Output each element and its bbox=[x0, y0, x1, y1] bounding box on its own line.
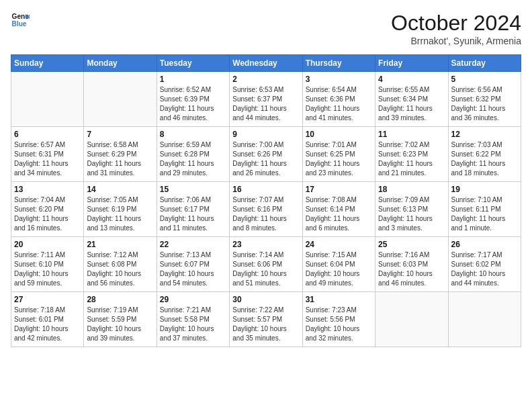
calendar-cell: 24Sunrise: 7:15 AMSunset: 6:04 PMDayligh… bbox=[302, 237, 375, 292]
weekday-header-sunday: Sunday bbox=[11, 55, 84, 72]
day-info: Sunrise: 7:03 AMSunset: 6:22 PMDaylight:… bbox=[451, 140, 518, 178]
calendar-cell: 3Sunrise: 6:54 AMSunset: 6:36 PMDaylight… bbox=[302, 72, 375, 127]
day-info: Sunrise: 7:18 AMSunset: 6:01 PMDaylight:… bbox=[14, 306, 81, 343]
svg-text:Blue: Blue bbox=[12, 20, 27, 28]
day-number: 6 bbox=[14, 130, 81, 139]
calendar-week-row: 20Sunrise: 7:11 AMSunset: 6:10 PMDayligh… bbox=[11, 237, 521, 292]
day-number: 17 bbox=[306, 185, 372, 194]
day-number: 18 bbox=[378, 185, 445, 194]
calendar-cell: 14Sunrise: 7:05 AMSunset: 6:19 PMDayligh… bbox=[84, 182, 157, 237]
day-info: Sunrise: 7:08 AMSunset: 6:14 PMDaylight:… bbox=[306, 195, 372, 233]
calendar-week-row: 27Sunrise: 7:18 AMSunset: 6:01 PMDayligh… bbox=[11, 292, 521, 347]
day-number: 3 bbox=[306, 75, 372, 84]
location: Brrnakot', Syunik, Armenia bbox=[391, 36, 521, 46]
day-number: 31 bbox=[306, 295, 372, 304]
day-number: 24 bbox=[306, 240, 372, 249]
day-info: Sunrise: 6:53 AMSunset: 6:37 PMDaylight:… bbox=[232, 85, 299, 123]
calendar-cell: 23Sunrise: 7:14 AMSunset: 6:06 PMDayligh… bbox=[230, 237, 302, 292]
day-number: 20 bbox=[14, 240, 81, 249]
day-info: Sunrise: 7:11 AMSunset: 6:10 PMDaylight:… bbox=[14, 250, 81, 288]
day-number: 9 bbox=[232, 130, 299, 139]
day-number: 8 bbox=[160, 130, 226, 139]
title-block: October 2024 Brrnakot', Syunik, Armenia bbox=[391, 11, 521, 46]
weekday-header-row: SundayMondayTuesdayWednesdayThursdayFrid… bbox=[11, 55, 521, 72]
calendar-cell: 20Sunrise: 7:11 AMSunset: 6:10 PMDayligh… bbox=[11, 237, 84, 292]
day-number: 12 bbox=[451, 130, 518, 139]
day-number: 16 bbox=[232, 185, 299, 194]
day-number: 1 bbox=[160, 75, 226, 84]
day-info: Sunrise: 7:22 AMSunset: 5:57 PMDaylight:… bbox=[232, 306, 299, 343]
calendar-cell: 12Sunrise: 7:03 AMSunset: 6:22 PMDayligh… bbox=[448, 127, 521, 182]
day-info: Sunrise: 7:01 AMSunset: 6:25 PMDaylight:… bbox=[306, 140, 372, 178]
month-title: October 2024 bbox=[391, 11, 521, 36]
day-info: Sunrise: 7:09 AMSunset: 6:13 PMDaylight:… bbox=[378, 195, 445, 233]
day-info: Sunrise: 6:56 AMSunset: 6:32 PMDaylight:… bbox=[451, 85, 518, 123]
weekday-header-thursday: Thursday bbox=[302, 55, 375, 72]
calendar-cell bbox=[448, 292, 521, 347]
calendar-cell: 18Sunrise: 7:09 AMSunset: 6:13 PMDayligh… bbox=[375, 182, 448, 237]
weekday-header-saturday: Saturday bbox=[448, 55, 521, 72]
day-info: Sunrise: 7:19 AMSunset: 5:59 PMDaylight:… bbox=[87, 306, 153, 343]
day-info: Sunrise: 6:54 AMSunset: 6:36 PMDaylight:… bbox=[306, 85, 372, 123]
day-info: Sunrise: 7:16 AMSunset: 6:03 PMDaylight:… bbox=[378, 250, 445, 288]
calendar-cell: 2Sunrise: 6:53 AMSunset: 6:37 PMDaylight… bbox=[230, 72, 302, 127]
calendar-cell: 31Sunrise: 7:23 AMSunset: 5:56 PMDayligh… bbox=[302, 292, 375, 347]
day-number: 30 bbox=[232, 295, 299, 304]
calendar-cell: 4Sunrise: 6:55 AMSunset: 6:34 PMDaylight… bbox=[375, 72, 448, 127]
day-number: 28 bbox=[87, 295, 153, 304]
day-number: 15 bbox=[160, 185, 226, 194]
calendar-cell: 21Sunrise: 7:12 AMSunset: 6:08 PMDayligh… bbox=[84, 237, 157, 292]
calendar-cell: 17Sunrise: 7:08 AMSunset: 6:14 PMDayligh… bbox=[302, 182, 375, 237]
day-info: Sunrise: 6:59 AMSunset: 6:28 PMDaylight:… bbox=[160, 140, 226, 178]
calendar-cell: 7Sunrise: 6:58 AMSunset: 6:29 PMDaylight… bbox=[84, 127, 157, 182]
day-info: Sunrise: 7:21 AMSunset: 5:58 PMDaylight:… bbox=[160, 306, 226, 343]
day-info: Sunrise: 7:12 AMSunset: 6:08 PMDaylight:… bbox=[87, 250, 153, 288]
day-number: 22 bbox=[160, 240, 226, 249]
day-info: Sunrise: 7:04 AMSunset: 6:20 PMDaylight:… bbox=[14, 195, 81, 233]
calendar-cell: 25Sunrise: 7:16 AMSunset: 6:03 PMDayligh… bbox=[375, 237, 448, 292]
calendar-cell: 26Sunrise: 7:17 AMSunset: 6:02 PMDayligh… bbox=[448, 237, 521, 292]
day-number: 25 bbox=[378, 240, 445, 249]
page-header: General Blue October 2024 Brrnakot', Syu… bbox=[11, 11, 521, 46]
day-number: 5 bbox=[451, 75, 518, 84]
day-number: 11 bbox=[378, 130, 445, 139]
day-info: Sunrise: 7:10 AMSunset: 6:11 PMDaylight:… bbox=[451, 195, 518, 233]
calendar-cell: 6Sunrise: 6:57 AMSunset: 6:31 PMDaylight… bbox=[11, 127, 84, 182]
day-info: Sunrise: 6:58 AMSunset: 6:29 PMDaylight:… bbox=[87, 140, 153, 178]
day-info: Sunrise: 7:13 AMSunset: 6:07 PMDaylight:… bbox=[160, 250, 226, 288]
calendar-cell: 16Sunrise: 7:07 AMSunset: 6:16 PMDayligh… bbox=[230, 182, 302, 237]
day-number: 7 bbox=[87, 130, 153, 139]
day-info: Sunrise: 7:07 AMSunset: 6:16 PMDaylight:… bbox=[232, 195, 299, 233]
calendar-cell bbox=[375, 292, 448, 347]
calendar-cell: 5Sunrise: 6:56 AMSunset: 6:32 PMDaylight… bbox=[448, 72, 521, 127]
day-number: 10 bbox=[306, 130, 372, 139]
calendar-cell: 19Sunrise: 7:10 AMSunset: 6:11 PMDayligh… bbox=[448, 182, 521, 237]
calendar-cell: 22Sunrise: 7:13 AMSunset: 6:07 PMDayligh… bbox=[157, 237, 229, 292]
day-info: Sunrise: 7:23 AMSunset: 5:56 PMDaylight:… bbox=[306, 306, 372, 343]
day-number: 2 bbox=[232, 75, 299, 84]
day-number: 26 bbox=[451, 240, 518, 249]
logo: General Blue bbox=[11, 11, 30, 30]
day-info: Sunrise: 7:06 AMSunset: 6:17 PMDaylight:… bbox=[160, 195, 226, 233]
day-number: 4 bbox=[378, 75, 445, 84]
day-number: 27 bbox=[14, 295, 81, 304]
calendar-week-row: 1Sunrise: 6:52 AMSunset: 6:39 PMDaylight… bbox=[11, 72, 521, 127]
calendar-cell: 8Sunrise: 6:59 AMSunset: 6:28 PMDaylight… bbox=[157, 127, 229, 182]
weekday-header-monday: Monday bbox=[84, 55, 157, 72]
day-number: 21 bbox=[87, 240, 153, 249]
calendar-week-row: 13Sunrise: 7:04 AMSunset: 6:20 PMDayligh… bbox=[11, 182, 521, 237]
weekday-header-wednesday: Wednesday bbox=[230, 55, 302, 72]
weekday-header-friday: Friday bbox=[375, 55, 448, 72]
calendar-cell: 28Sunrise: 7:19 AMSunset: 5:59 PMDayligh… bbox=[84, 292, 157, 347]
day-info: Sunrise: 7:00 AMSunset: 6:26 PMDaylight:… bbox=[232, 140, 299, 178]
day-number: 19 bbox=[451, 185, 518, 194]
calendar-cell bbox=[84, 72, 157, 127]
calendar-cell: 15Sunrise: 7:06 AMSunset: 6:17 PMDayligh… bbox=[157, 182, 229, 237]
calendar-cell: 11Sunrise: 7:02 AMSunset: 6:23 PMDayligh… bbox=[375, 127, 448, 182]
calendar-cell: 30Sunrise: 7:22 AMSunset: 5:57 PMDayligh… bbox=[230, 292, 302, 347]
day-number: 29 bbox=[160, 295, 226, 304]
calendar-cell: 29Sunrise: 7:21 AMSunset: 5:58 PMDayligh… bbox=[157, 292, 229, 347]
day-info: Sunrise: 6:57 AMSunset: 6:31 PMDaylight:… bbox=[14, 140, 81, 178]
day-info: Sunrise: 6:52 AMSunset: 6:39 PMDaylight:… bbox=[160, 85, 226, 123]
calendar-cell: 13Sunrise: 7:04 AMSunset: 6:20 PMDayligh… bbox=[11, 182, 84, 237]
